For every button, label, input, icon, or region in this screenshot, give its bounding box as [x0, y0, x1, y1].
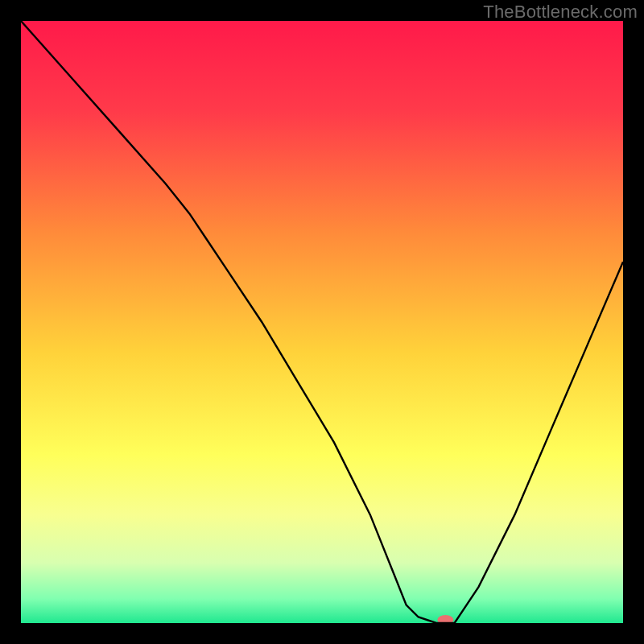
chart-container: TheBottleneck.com: [0, 0, 644, 644]
watermark-text: TheBottleneck.com: [483, 2, 638, 23]
gradient-background: [21, 21, 623, 623]
plot-area: [21, 21, 623, 623]
chart-svg: [21, 21, 623, 623]
